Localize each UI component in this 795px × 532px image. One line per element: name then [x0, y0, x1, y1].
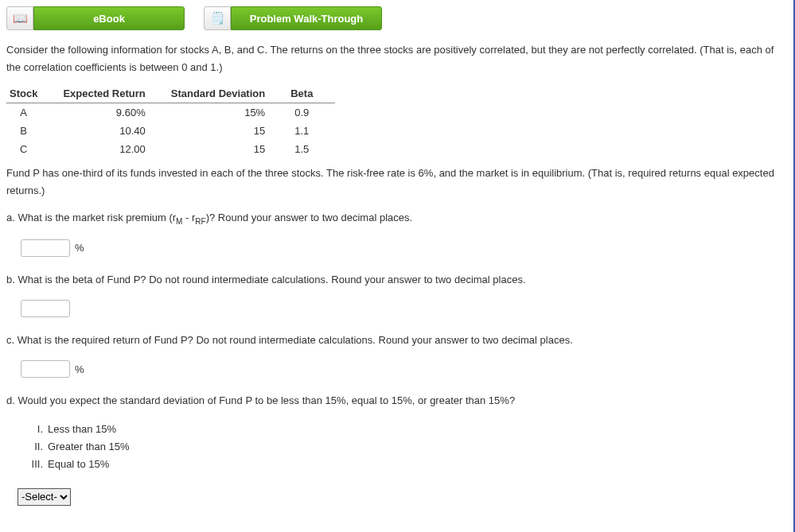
- cell-sd: 15: [168, 140, 287, 158]
- unit-percent: %: [75, 363, 84, 375]
- resource-toolbar: 📖 eBook 🗒️ Problem Walk-Through: [6, 6, 787, 30]
- walkthrough-label: Problem Walk-Through: [231, 6, 382, 30]
- col-std-dev: Standard Deviation: [168, 84, 287, 103]
- ebook-label: eBook: [33, 6, 185, 30]
- table-row: A 9.60% 15% 0.9: [6, 103, 335, 122]
- footer: Check My Work (1 remaining): [6, 530, 787, 532]
- table-header-row: Stock Expected Return Standard Deviation…: [6, 84, 335, 103]
- col-expected-return: Expected Return: [60, 84, 167, 103]
- answer-row-b: [21, 300, 787, 317]
- walkthrough-button[interactable]: 🗒️ Problem Walk-Through: [204, 6, 382, 30]
- cell-beta: 1.5: [287, 140, 335, 158]
- question-d: d. Would you expect the standard deviati…: [6, 392, 787, 410]
- post-table-text: Fund P has one-third of its funds invest…: [6, 165, 787, 200]
- cell-stock: A: [6, 103, 60, 122]
- cell-er: 12.00: [60, 140, 167, 158]
- option-3: III. Equal to 15%: [21, 456, 787, 473]
- answer-row-a: %: [21, 239, 787, 257]
- col-beta: Beta: [287, 84, 335, 103]
- cell-beta: 1.1: [287, 122, 335, 140]
- cell-er: 10.40: [60, 122, 167, 140]
- table-row: C 12.00 15 1.5: [6, 140, 335, 158]
- option-2: II. Greater than 15%: [21, 438, 787, 456]
- answer-input-b[interactable]: [21, 300, 70, 317]
- options-d: I. Less than 15% II. Greater than 15% II…: [21, 421, 787, 473]
- intro-text: Consider the following information for s…: [6, 41, 787, 76]
- table-row: B 10.40 15 1.1: [6, 122, 335, 140]
- answer-input-c[interactable]: [21, 360, 70, 378]
- cell-sd: 15%: [168, 103, 287, 122]
- answer-row-c: %: [21, 360, 787, 378]
- cell-er: 9.60%: [60, 103, 167, 122]
- ebook-button[interactable]: 📖 eBook: [6, 6, 185, 30]
- list-icon: 🗒️: [204, 6, 231, 30]
- cell-beta: 0.9: [287, 103, 335, 122]
- stock-table: Stock Expected Return Standard Deviation…: [6, 84, 335, 158]
- cell-sd: 15: [168, 122, 287, 140]
- problem-page: 📖 eBook 🗒️ Problem Walk-Through Consider…: [0, 0, 795, 532]
- unit-percent: %: [75, 242, 84, 254]
- question-b: b. What is the beta of Fund P? Do not ro…: [6, 271, 787, 289]
- question-a: a. What is the market risk premium (rM -…: [6, 209, 787, 228]
- question-c: c. What is the required return of Fund P…: [6, 332, 787, 349]
- answer-select-d[interactable]: -Select-: [18, 488, 71, 506]
- option-1: I. Less than 15%: [21, 421, 787, 438]
- answer-input-a[interactable]: [21, 239, 70, 257]
- cell-stock: C: [6, 140, 60, 158]
- book-icon: 📖: [6, 6, 33, 30]
- col-stock: Stock: [6, 84, 60, 103]
- cell-stock: B: [6, 122, 60, 140]
